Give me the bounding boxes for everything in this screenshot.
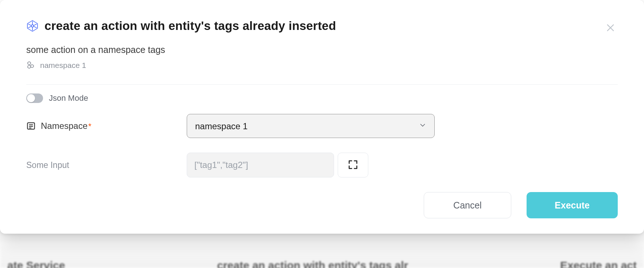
entity-row: namespace 1 — [26, 61, 618, 70]
modal-subtitle: some action on a namespace tags — [26, 45, 618, 55]
namespace-row: Namespace* namespace 1 — [26, 114, 618, 138]
namespace-entity-icon — [26, 61, 35, 70]
expand-icon — [348, 160, 358, 171]
some-input-row: Some Input — [26, 153, 618, 177]
svg-marker-11 — [31, 65, 34, 68]
entity-name: namespace 1 — [40, 61, 86, 70]
namespace-select[interactable]: namespace 1 — [187, 114, 435, 138]
svg-point-1 — [31, 25, 34, 27]
close-button[interactable] — [603, 20, 618, 35]
json-mode-row: Json Mode — [26, 93, 618, 103]
modal-header: create an action with entity's tags alre… — [26, 19, 618, 35]
svg-line-6 — [28, 26, 31, 28]
form-list-icon — [26, 121, 36, 131]
cancel-button[interactable]: Cancel — [424, 192, 511, 218]
background-blur — [0, 246, 644, 268]
action-modal: create an action with entity's tags alre… — [0, 0, 644, 234]
some-input-field[interactable] — [187, 153, 334, 177]
kubernetes-icon — [26, 20, 39, 32]
json-mode-toggle[interactable] — [26, 93, 43, 103]
required-mark: * — [88, 122, 92, 131]
svg-marker-10 — [28, 62, 31, 65]
svg-line-7 — [28, 24, 31, 26]
namespace-select-wrap: namespace 1 — [187, 114, 435, 138]
divider — [26, 84, 618, 85]
namespace-label: Namespace* — [41, 121, 92, 131]
expand-input-button[interactable] — [338, 153, 368, 177]
modal-title: create an action with entity's tags alre… — [44, 19, 336, 33]
execute-button[interactable]: Execute — [527, 192, 618, 218]
modal-footer: Cancel Execute — [26, 192, 618, 218]
svg-line-4 — [34, 26, 37, 28]
some-input-label: Some Input — [26, 160, 69, 170]
svg-line-3 — [34, 24, 37, 26]
title-row: create an action with entity's tags alre… — [26, 19, 336, 33]
svg-marker-12 — [28, 65, 31, 68]
json-mode-label: Json Mode — [49, 93, 88, 103]
close-icon — [605, 28, 616, 34]
